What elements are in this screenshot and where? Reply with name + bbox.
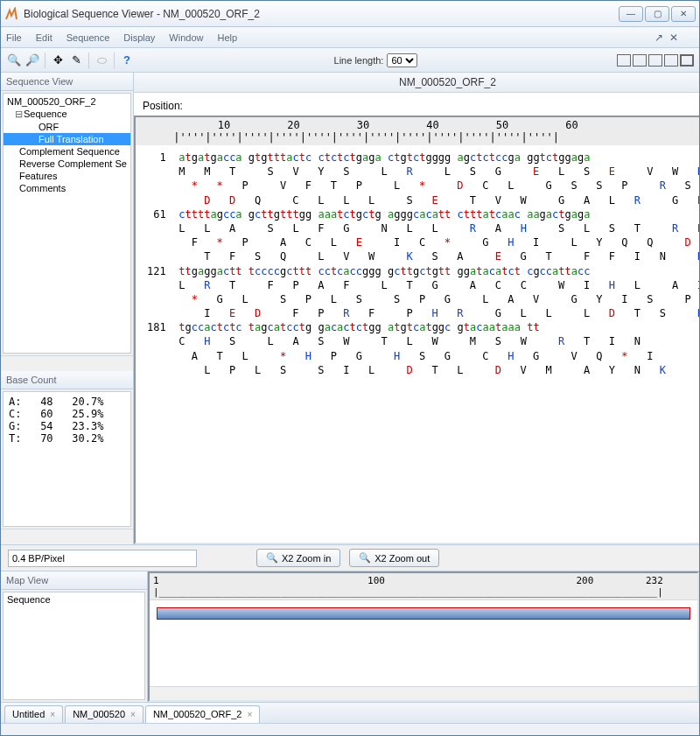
menu-file[interactable]: File xyxy=(6,32,22,43)
app-window: Biological Sequence Viewer - NM_000520_O… xyxy=(0,0,700,736)
sequence-viewer[interactable]: 10 20 30 40 50 60 |''''|''''|''''|''''|'… xyxy=(134,116,699,544)
tree-comments[interactable]: Comments xyxy=(4,182,130,194)
tree-features[interactable]: Features xyxy=(4,170,130,182)
basecount-hscroll[interactable] xyxy=(1,529,133,544)
tab-close-icon[interactable]: × xyxy=(50,710,55,719)
layout-max-icon[interactable] xyxy=(680,54,694,67)
help-icon[interactable]: ? xyxy=(119,53,135,68)
eraser-icon[interactable]: ⬭ xyxy=(94,53,109,68)
titlebar[interactable]: Biological Sequence Viewer - NM_000520_O… xyxy=(1,1,699,27)
left-column: Sequence View NM_000520_ORF_2 ⊟Sequence … xyxy=(1,73,134,544)
map-ruler: 1 100 200 232 |_________________________… xyxy=(150,573,697,600)
window-title: Biological Sequence Viewer - NM_000520_O… xyxy=(24,8,619,20)
zoom-fit-icon[interactable]: 🔍 xyxy=(6,53,22,68)
position-label: Position: xyxy=(143,100,183,112)
basecount-row-c: C: 60 25.9% xyxy=(9,408,125,420)
sequence-block[interactable]: 1 atgatgacca gtgtttactc ctctctgaga ctgtc… xyxy=(136,151,699,382)
dock-controls[interactable]: ↗ ✕ xyxy=(654,32,680,44)
close-button[interactable]: ✕ xyxy=(671,6,696,22)
app-logo-icon xyxy=(4,7,18,21)
tree-full-translation[interactable]: Full Translation xyxy=(4,133,130,145)
tree-hscroll[interactable] xyxy=(1,355,133,371)
zoom-controls: 🔍X2 Zoom in 🔍X2 Zoom out xyxy=(1,544,699,571)
layout-grid-icon[interactable] xyxy=(617,54,631,67)
statusbar xyxy=(1,723,699,735)
menu-display[interactable]: Display xyxy=(123,32,155,43)
map-view: Map View Sequence 1 100 200 232 |_______… xyxy=(1,571,699,702)
sequence-tree[interactable]: NM_000520_ORF_2 ⊟Sequence ORF Full Trans… xyxy=(3,93,131,354)
layout-cols-icon[interactable] xyxy=(633,54,647,67)
tree-complement[interactable]: Complement Sequence xyxy=(4,145,130,158)
sequence-view-panel-title: Sequence View xyxy=(1,73,133,91)
basecount-panel-title: Base Count xyxy=(1,371,133,389)
marker-icon[interactable]: ✎ xyxy=(68,53,84,68)
select-icon[interactable]: ✥ xyxy=(50,53,66,68)
tree-orf[interactable]: ORF xyxy=(4,121,130,133)
menu-help[interactable]: Help xyxy=(217,32,237,43)
line-length-label: Line length: xyxy=(334,55,384,66)
minimize-button[interactable]: — xyxy=(619,6,643,22)
maximize-button[interactable]: ▢ xyxy=(645,6,669,22)
zoom-in-button[interactable]: 🔍X2 Zoom in xyxy=(256,549,340,567)
tab-close-icon[interactable]: × xyxy=(130,710,136,719)
tab-untitled[interactable]: Untitled× xyxy=(4,705,63,723)
magnify-minus-icon: 🔍 xyxy=(359,552,371,564)
right-column: NM_000520_ORF_2 Position: 232 bp 10 20 3… xyxy=(134,73,699,544)
magnify-plus-icon: 🔍 xyxy=(266,552,278,564)
basecount-row-g: G: 54 23.3% xyxy=(9,420,125,432)
menu-sequence[interactable]: Sequence xyxy=(66,32,110,43)
tab-nm-000520[interactable]: NM_000520× xyxy=(65,705,144,723)
position-bar: Position: 232 bp xyxy=(134,93,699,116)
layout-rows-icon[interactable] xyxy=(648,54,662,67)
layout-stack-icon[interactable] xyxy=(664,54,678,67)
map-track-list[interactable]: Sequence xyxy=(3,592,145,700)
tab-nm-000520-orf-2[interactable]: NM_000520_ORF_2× xyxy=(145,705,260,723)
menu-window[interactable]: Window xyxy=(169,32,203,43)
tree-sequence[interactable]: ⊟Sequence xyxy=(4,108,130,121)
tab-close-icon[interactable]: × xyxy=(247,710,252,719)
map-canvas[interactable]: 1 100 200 232 |_________________________… xyxy=(148,571,699,702)
map-left: Map View Sequence xyxy=(1,571,148,702)
sequence-ruler: 10 20 30 40 50 60 |''''|''''|''''|''''|'… xyxy=(136,117,699,145)
menu-edit[interactable]: Edit xyxy=(36,32,52,43)
menubar: File Edit Sequence Display Window Help ↗… xyxy=(1,27,699,48)
document-tabs: Untitled×NM_000520×NM_000520_ORF_2× xyxy=(1,702,699,723)
toolbar: 🔍 🔎 ✥ ✎ ⬭ ? Line length: 60 xyxy=(1,48,699,73)
basecount-table: A: 48 20.7% C: 60 25.9% G: 54 23.3% T: 7… xyxy=(3,391,131,527)
mapview-panel-title: Map View xyxy=(1,571,147,590)
bp-per-pixel-input[interactable] xyxy=(8,550,197,567)
main-area: Sequence View NM_000520_ORF_2 ⊟Sequence … xyxy=(1,73,699,544)
map-sequence-track[interactable] xyxy=(157,607,690,620)
zoom-out-button[interactable]: 🔍X2 Zoom out xyxy=(349,549,439,567)
line-length-select[interactable]: 60 xyxy=(387,53,417,67)
tree-root[interactable]: NM_000520_ORF_2 xyxy=(4,95,130,108)
map-hscroll[interactable] xyxy=(150,686,697,700)
basecount-row-t: T: 70 30.2% xyxy=(9,432,125,445)
tree-revcomp[interactable]: Reverse Complement Se xyxy=(4,158,130,170)
sequence-title: NM_000520_ORF_2 xyxy=(134,73,699,93)
zoom-region-icon[interactable]: 🔎 xyxy=(24,53,40,68)
layout-buttons[interactable] xyxy=(617,54,694,67)
basecount-row-a: A: 48 20.7% xyxy=(9,396,125,408)
